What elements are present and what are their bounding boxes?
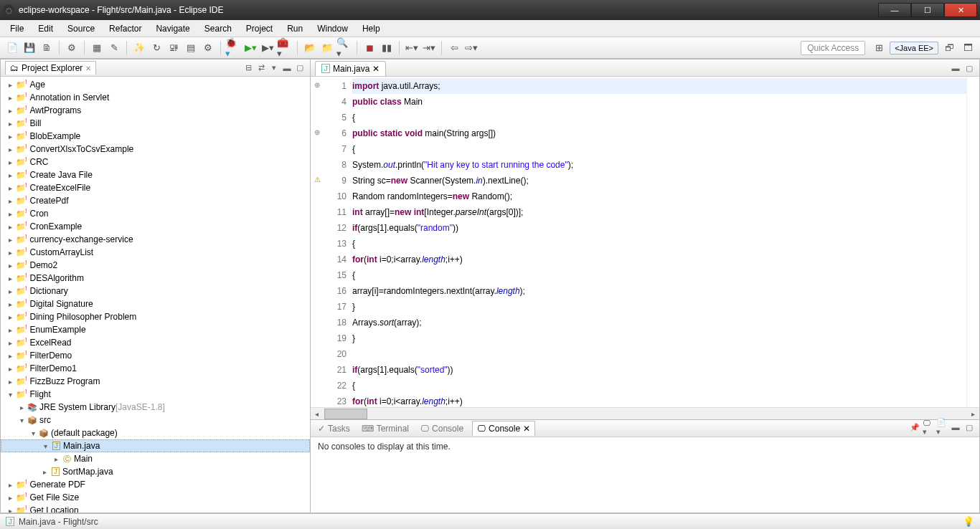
toggle-button[interactable]: ▦ [89, 40, 105, 56]
new-folder-button[interactable]: 📂 [302, 40, 318, 56]
scroll-left-icon[interactable]: ◂ [311, 408, 323, 420]
new-button[interactable]: 📄 [4, 40, 20, 56]
quick-access[interactable]: Quick Access [801, 41, 865, 55]
tip-bulb-icon[interactable]: 💡 [963, 516, 974, 527]
tree-item[interactable]: ▾🄹Main.java [1, 439, 310, 452]
perspective-icon[interactable]: 🗗 [941, 40, 957, 56]
bottom-tab-console[interactable]: 🖵Console✕ [472, 421, 535, 436]
tree-item[interactable]: ▸📁!ConvertXlsxToCsvExample [1, 143, 310, 156]
maximize-button[interactable]: ☐ [911, 3, 944, 17]
bottom-tab-console[interactable]: 🖵Console [418, 422, 466, 435]
close-button[interactable]: ✕ [944, 3, 977, 17]
tree-item[interactable]: ▸📁!Age [1, 78, 310, 91]
perspective-javaee[interactable]: <Java EE> [890, 42, 938, 54]
tree-item[interactable]: ▸📁!Bill [1, 117, 310, 130]
editor-tab-main[interactable]: 🄹 Main.java ✕ [315, 61, 386, 76]
run-button[interactable]: ▶▾ [242, 40, 258, 56]
horizontal-scrollbar[interactable]: ◂ ▸ [311, 407, 979, 419]
open-folder-button[interactable]: 📁 [319, 40, 335, 56]
refresh-button[interactable]: ↻ [149, 40, 164, 56]
minimize-button[interactable]: — [878, 3, 911, 17]
tree-item[interactable]: ▸📁!currency-exchange-service [1, 233, 310, 246]
menu-navigate[interactable]: Navigate [149, 22, 197, 36]
link-editor-button[interactable]: ⇄ [255, 62, 267, 74]
wand-button[interactable]: ✨ [131, 40, 147, 56]
bottom-tab-tasks[interactable]: ✓Tasks [315, 422, 353, 435]
menu-project[interactable]: Project [239, 22, 280, 36]
tree-item[interactable]: ▾📦(default package) [1, 426, 310, 439]
tree-item[interactable]: ▸ⒸMain [1, 452, 310, 465]
menu-source[interactable]: Source [60, 22, 102, 36]
tree-item[interactable]: ▸📁!BlobExample [1, 130, 310, 143]
menu-refactor[interactable]: Refactor [102, 22, 149, 36]
tree-item[interactable]: ▸📁!ExcelRead [1, 336, 310, 349]
menu-help[interactable]: Help [355, 22, 387, 36]
pin-console-button[interactable]: 📌 [909, 421, 920, 433]
servers-button[interactable]: ▤ [183, 40, 199, 56]
display-console-button[interactable]: 🖵▾ [923, 421, 934, 433]
new-console-button[interactable]: 📄▾ [936, 421, 948, 433]
menu-search[interactable]: Search [197, 22, 239, 36]
tree-item[interactable]: ▸📚JRE System Library [JavaSE-1.8] [1, 401, 310, 414]
edit-button[interactable]: ✎ [106, 40, 122, 56]
maximize-panel-button[interactable]: ▢ [294, 62, 306, 74]
save-button[interactable]: 💾 [22, 40, 37, 56]
prev-annotation-button[interactable]: ⇤▾ [404, 40, 420, 56]
tree-item[interactable]: ▸📁!CRC [1, 156, 310, 168]
tree-item[interactable]: ▸🄹SortMap.java [1, 465, 310, 478]
tree-item[interactable]: ▾📁!Flight [1, 388, 310, 401]
stop-button[interactable]: ◼ [362, 40, 377, 56]
project-tree[interactable]: ▸📁!Age▸📁!Annotation in Servlet▸📁!AwtProg… [1, 77, 310, 513]
tree-item[interactable]: ▾📦src [1, 414, 310, 426]
menu-edit[interactable]: Edit [31, 22, 60, 36]
overview-ruler[interactable] [966, 77, 979, 407]
menu-window[interactable]: Window [310, 22, 355, 36]
skip-button[interactable]: ▮▮ [379, 40, 395, 56]
tree-item[interactable]: ▸📁!FizzBuzz Program [1, 375, 310, 388]
tree-item[interactable]: ▸📁!Digital Signature [1, 297, 310, 310]
next-annotation-button[interactable]: ⇥▾ [421, 40, 437, 56]
tree-item[interactable]: ▸📁!CreateExcelFile [1, 181, 310, 194]
close-icon[interactable]: ✕ [85, 65, 91, 72]
tree-item[interactable]: ▸📁!CreatePdf [1, 194, 310, 207]
scroll-right-icon[interactable]: ▸ [967, 408, 979, 420]
tree-item[interactable]: ▸📁!Dining Philosopher Problem [1, 310, 310, 323]
tree-item[interactable]: ▸📁!Demo2 [1, 259, 310, 272]
tree-item[interactable]: ▸📁!FilterDemo [1, 349, 310, 362]
code-editor[interactable]: ⊕⊕⚠ 14567891011121314151617181920212223 … [311, 77, 979, 407]
tree-item[interactable]: ▸📁!CronExample [1, 220, 310, 233]
tree-item[interactable]: ▸📁!Cron [1, 207, 310, 220]
external-tools-button[interactable]: 🧰▾ [277, 40, 293, 56]
tree-item[interactable]: ▸📁!Get File Size [1, 491, 310, 504]
back-button[interactable]: ⇦ [446, 40, 462, 56]
server-button[interactable]: 🖳 [166, 40, 182, 56]
gear-icon[interactable]: ⚙ [200, 40, 216, 56]
search-toolbar-button[interactable]: 🔍▾ [336, 40, 352, 56]
tree-item[interactable]: ▸📁!CustomArrayList [1, 246, 310, 259]
close-icon[interactable]: ✕ [372, 64, 380, 74]
menu-run[interactable]: Run [280, 22, 310, 36]
close-icon[interactable]: ✕ [523, 424, 530, 434]
tree-item[interactable]: ▸📁!Get Location [1, 504, 310, 513]
debug-button[interactable]: 🐞▾ [225, 40, 241, 56]
open-perspective-button[interactable]: ⊞ [871, 40, 887, 56]
maximize-bottom-button[interactable]: ▢ [963, 421, 975, 433]
project-explorer-tab[interactable]: 🗂 Project Explorer ✕ [5, 61, 96, 75]
perspective-icon2[interactable]: 🗖 [960, 40, 976, 56]
tree-item[interactable]: ▸📁!EnumExample [1, 323, 310, 336]
tree-item[interactable]: ▸📁!FilterDemo1 [1, 362, 310, 375]
minimize-editor-button[interactable]: ▬ [950, 62, 961, 74]
minimize-bottom-button[interactable]: ▬ [950, 421, 961, 433]
build-button[interactable]: ⚙ [64, 40, 80, 56]
bottom-tab-terminal[interactable]: ⌨Terminal [359, 422, 412, 435]
collapse-all-button[interactable]: ⊟ [242, 62, 254, 74]
tree-item[interactable]: ▸📁!AwtPrograms [1, 104, 310, 117]
tree-item[interactable]: ▸📁!DESAlgorithm [1, 272, 310, 285]
menu-file[interactable]: File [3, 22, 31, 36]
tree-item[interactable]: ▸📁!Generate PDF [1, 478, 310, 491]
tree-item[interactable]: ▸📁!Annotation in Servlet [1, 91, 310, 104]
maximize-editor-button[interactable]: ▢ [963, 62, 975, 74]
tree-item[interactable]: ▸📁!Dictionary [1, 285, 310, 297]
scrollbar-thumb[interactable] [324, 409, 367, 419]
forward-button[interactable]: ⇨▾ [463, 40, 479, 56]
